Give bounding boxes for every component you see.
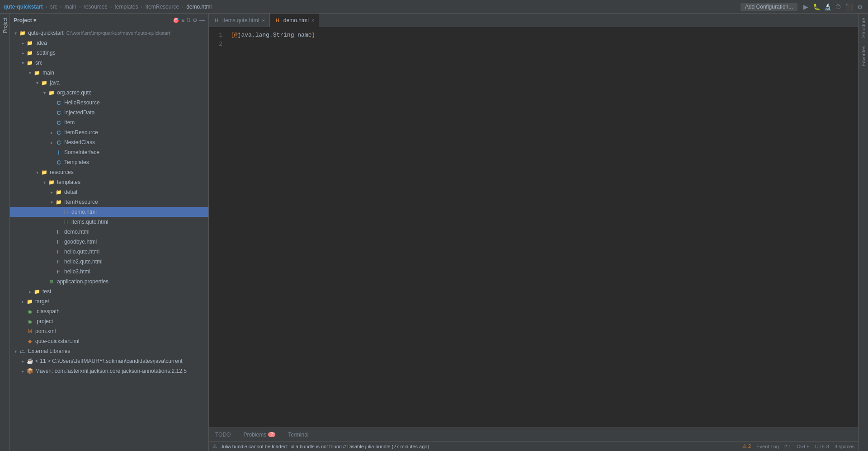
profile-icon[interactable]: ⏱ bbox=[834, 2, 843, 11]
event-log-label[interactable]: Event Log bbox=[756, 444, 779, 449]
tree-iml[interactable]: ◆ qute-quickstart.iml bbox=[10, 336, 208, 346]
tree-classpath[interactable]: ◉ .classpath bbox=[10, 306, 208, 316]
project-vert-tab[interactable]: Project bbox=[1, 14, 9, 37]
todo-tab[interactable]: TODO bbox=[212, 431, 233, 439]
itemresource-folder-icon: 📁 bbox=[55, 198, 62, 206]
tree-jdk[interactable]: ☕ < 11 > C:\Users\JeffMAURY\.sdkman\cand… bbox=[10, 356, 208, 366]
test-icon: 📁 bbox=[33, 288, 41, 295]
tree-idea[interactable]: 📁 .idea bbox=[10, 38, 208, 48]
tree-project-file[interactable]: ◉ .project bbox=[10, 316, 208, 326]
problems-label: Problems bbox=[243, 432, 266, 438]
tree-item[interactable]: C Item bbox=[10, 117, 208, 127]
stop-icon[interactable]: ⬛ bbox=[844, 2, 854, 11]
collapse-all-icon[interactable]: ≡ bbox=[181, 17, 184, 23]
tree-external-libs[interactable]: 🗃 External Libraries bbox=[10, 346, 208, 356]
settings-icon[interactable]: ⚙ bbox=[193, 17, 198, 23]
tree-demo-html-selected[interactable]: H demo.html bbox=[10, 207, 208, 217]
tree-root[interactable]: 📁 qute-quickstart C:\work\src\tmp\quarku… bbox=[10, 28, 208, 38]
demo-html-root-icon: H bbox=[55, 228, 62, 235]
path-itemresource: ItemResource bbox=[145, 4, 179, 10]
run-icon[interactable]: ▶ bbox=[801, 2, 810, 11]
pom-label: pom.xml bbox=[35, 328, 56, 334]
indent[interactable]: 4 spaces bbox=[835, 444, 854, 449]
editor-content[interactable]: {@java.lang.String name} bbox=[227, 27, 858, 428]
close-panel-icon[interactable]: — bbox=[199, 17, 205, 23]
tree-item-resource[interactable]: C ItemResource bbox=[10, 127, 208, 137]
encoding[interactable]: UTF-8 bbox=[815, 444, 829, 449]
tab-items-qute-label: items.qute.html bbox=[222, 17, 259, 23]
tree-maven-jar[interactable]: 📦 Maven: com.fasterxml.jackson.core:jack… bbox=[10, 366, 208, 376]
tab-demo-html[interactable]: H demo.html × bbox=[270, 14, 319, 27]
tree-detail[interactable]: 📁 detail bbox=[10, 187, 208, 197]
editor-panel: H items.qute.html × H demo.html × 1 2 {@… bbox=[209, 14, 858, 451]
resources-arrow bbox=[33, 169, 41, 176]
tree-resources[interactable]: 📁 resources bbox=[10, 167, 208, 177]
tree-java[interactable]: 📁 java bbox=[10, 78, 208, 88]
root-path: C:\work\src\tmp\quarkus\maven\qute-quick… bbox=[66, 30, 170, 36]
locate-icon[interactable]: 🎯 bbox=[173, 17, 179, 23]
tree-goodbye-html[interactable]: H goodbye.html bbox=[10, 237, 208, 247]
tree-demo-html-root[interactable]: H demo.html bbox=[10, 227, 208, 237]
code-line-2 bbox=[231, 40, 858, 49]
tab-items-qute[interactable]: H items.qute.html × bbox=[209, 14, 270, 27]
iml-label: qute-quickstart.iml bbox=[35, 338, 79, 344]
tree-templates-folder[interactable]: 📁 templates bbox=[10, 177, 208, 187]
main-label: main bbox=[42, 70, 54, 76]
jdk-arrow bbox=[19, 357, 26, 365]
terminal-tab[interactable]: Terminal bbox=[285, 431, 311, 439]
tree-main[interactable]: 📁 main bbox=[10, 68, 208, 78]
tree-nested-class[interactable]: C NestedClass bbox=[10, 137, 208, 147]
code-line-1: {@java.lang.String name} bbox=[231, 31, 858, 40]
java-arrow bbox=[33, 79, 41, 86]
java-label: java bbox=[50, 80, 60, 86]
tree-some-interface[interactable]: I SomeInterface bbox=[10, 147, 208, 157]
title-bar-left: qute-quickstart › src › main › resources… bbox=[4, 4, 741, 10]
target-label: target bbox=[35, 298, 49, 305]
settings-icon: 📁 bbox=[26, 49, 33, 56]
tree-settings[interactable]: 📁 .settings bbox=[10, 48, 208, 58]
event-log-badge: ⚠ 2 bbox=[742, 443, 751, 449]
tree-hello-resource[interactable]: C HelloResource bbox=[10, 98, 208, 108]
tree-templates-class[interactable]: C Templates bbox=[10, 157, 208, 167]
tree-itemresource-folder[interactable]: 📁 ItemResource bbox=[10, 197, 208, 207]
tree-app-props[interactable]: ⚙ application.properties bbox=[10, 277, 208, 287]
structure-tab[interactable]: Structure bbox=[859, 14, 868, 42]
problems-tab[interactable]: Problems 2 bbox=[241, 431, 278, 439]
settings-icon[interactable]: ⚙ bbox=[855, 2, 864, 11]
tree-src[interactable]: 📁 src bbox=[10, 58, 208, 68]
tab-demo-html-close[interactable]: × bbox=[311, 18, 314, 23]
tree-test[interactable]: 📁 test bbox=[10, 287, 208, 296]
project-panel: Project ▾ 🎯 ≡ ⇅ ⚙ — 📁 qute-quickstart C:… bbox=[10, 14, 209, 451]
hello3-label: hello3.html bbox=[64, 268, 90, 275]
editor-area[interactable]: 1 2 {@java.lang.String name} bbox=[209, 27, 858, 428]
project-panel-header: Project ▾ 🎯 ≡ ⇅ ⚙ — bbox=[10, 14, 208, 27]
maven-arrow bbox=[19, 367, 26, 375]
sort-icon[interactable]: ⇅ bbox=[186, 17, 191, 23]
settings-label: .settings bbox=[35, 50, 56, 56]
add-configuration-button[interactable]: Add Configuration... bbox=[741, 3, 797, 11]
tree-hello2-qute[interactable]: H hello2.qute.html bbox=[10, 257, 208, 267]
pom-icon: M bbox=[26, 328, 33, 335]
favorites-tab[interactable]: Favorites bbox=[859, 42, 868, 70]
tree-items-qute[interactable]: H items.qute.html bbox=[10, 217, 208, 227]
coverage-icon[interactable]: 🔬 bbox=[823, 2, 832, 11]
brand-label: qute-quickstart bbox=[4, 4, 43, 10]
hello-resource-icon: C bbox=[55, 99, 62, 106]
tree-target[interactable]: 📁 target bbox=[10, 296, 208, 306]
goodbye-icon: H bbox=[55, 238, 62, 245]
tree-pom-xml[interactable]: M pom.xml bbox=[10, 326, 208, 336]
tree-injected-data[interactable]: C InjectedData bbox=[10, 108, 208, 117]
settings-arrow bbox=[19, 49, 26, 56]
tree-hello-qute[interactable]: H hello.qute.html bbox=[10, 247, 208, 257]
tree-org-acme[interactable]: 📁 org.acme.qute bbox=[10, 88, 208, 98]
hello2-qute-icon: H bbox=[55, 258, 62, 265]
debug-icon[interactable]: 🐛 bbox=[812, 2, 821, 11]
maven-label: Maven: com.fasterxml.jackson.core:jackso… bbox=[35, 368, 187, 374]
src-icon: 📁 bbox=[26, 59, 33, 66]
line-ending[interactable]: CRLF bbox=[797, 444, 810, 449]
tab-bar: H items.qute.html × H demo.html × bbox=[209, 14, 858, 27]
some-interface-label: SomeInterface bbox=[64, 149, 99, 155]
title-bar-right: Add Configuration... ▶ 🐛 🔬 ⏱ ⬛ ⚙ bbox=[741, 2, 864, 11]
tree-hello3-html[interactable]: H hello3.html bbox=[10, 267, 208, 277]
tab-items-qute-close[interactable]: × bbox=[262, 18, 264, 23]
